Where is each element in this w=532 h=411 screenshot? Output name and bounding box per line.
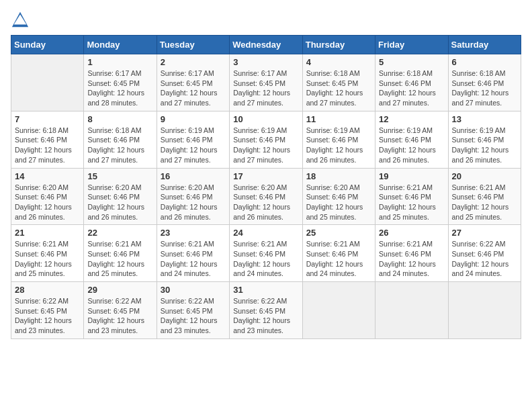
day-info: Sunrise: 6:19 AMSunset: 6:46 PMDaylight:… [233,126,298,165]
calendar-cell: 9Sunrise: 6:19 AMSunset: 6:46 PMDaylight… [157,111,229,168]
calendar-cell: 23Sunrise: 6:21 AMSunset: 6:46 PMDayligh… [157,225,229,282]
day-number: 15 [87,171,152,181]
day-info: Sunrise: 6:20 AMSunset: 6:46 PMDaylight:… [306,183,371,222]
week-row-3: 14Sunrise: 6:20 AMSunset: 6:46 PMDayligh… [11,168,521,225]
header-day-saturday: Saturday [448,36,521,54]
calendar-cell: 24Sunrise: 6:21 AMSunset: 6:46 PMDayligh… [230,225,302,282]
day-number: 17 [233,171,298,181]
header-day-thursday: Thursday [302,36,375,54]
calendar-cell: 4Sunrise: 6:18 AMSunset: 6:45 PMDaylight… [302,54,375,111]
day-number: 25 [306,228,371,238]
header-day-tuesday: Tuesday [157,36,229,54]
header-day-monday: Monday [84,36,157,54]
day-number: 10 [233,114,298,124]
calendar-cell: 3Sunrise: 6:17 AMSunset: 6:45 PMDaylight… [230,54,302,111]
day-number: 8 [87,114,152,124]
day-info: Sunrise: 6:22 AMSunset: 6:45 PMDaylight:… [161,296,226,336]
day-number: 22 [87,228,152,238]
day-info: Sunrise: 6:19 AMSunset: 6:46 PMDaylight:… [379,126,444,165]
day-info: Sunrise: 6:17 AMSunset: 6:45 PMDaylight:… [87,68,152,108]
day-number: 14 [15,171,80,181]
calendar-cell: 29Sunrise: 6:22 AMSunset: 6:45 PMDayligh… [84,282,157,339]
day-number: 12 [379,114,444,124]
calendar-cell: 5Sunrise: 6:18 AMSunset: 6:46 PMDaylight… [375,54,448,111]
calendar-body: 1Sunrise: 6:17 AMSunset: 6:45 PMDaylight… [11,54,521,339]
day-info: Sunrise: 6:19 AMSunset: 6:46 PMDaylight:… [306,126,371,165]
calendar-cell [448,282,521,339]
calendar-cell: 25Sunrise: 6:21 AMSunset: 6:46 PMDayligh… [302,225,375,282]
day-number: 16 [161,171,226,181]
calendar-cell: 18Sunrise: 6:20 AMSunset: 6:46 PMDayligh… [302,168,375,225]
week-row-5: 28Sunrise: 6:22 AMSunset: 6:45 PMDayligh… [11,282,521,339]
day-info: Sunrise: 6:21 AMSunset: 6:46 PMDaylight:… [15,239,80,279]
svg-marker-1 [14,15,27,25]
calendar-cell: 13Sunrise: 6:19 AMSunset: 6:46 PMDayligh… [448,111,521,168]
day-number: 28 [15,285,80,295]
day-number: 2 [161,57,226,67]
day-number: 23 [161,228,226,238]
day-info: Sunrise: 6:19 AMSunset: 6:46 PMDaylight:… [161,126,226,165]
day-number: 29 [87,285,152,295]
day-number: 9 [161,114,226,124]
calendar-cell: 15Sunrise: 6:20 AMSunset: 6:46 PMDayligh… [84,168,157,225]
day-number: 31 [233,285,298,295]
calendar-cell: 19Sunrise: 6:21 AMSunset: 6:46 PMDayligh… [375,168,448,225]
day-info: Sunrise: 6:21 AMSunset: 6:46 PMDaylight:… [233,239,298,279]
day-info: Sunrise: 6:18 AMSunset: 6:46 PMDaylight:… [87,126,152,165]
day-number: 19 [379,171,444,181]
week-row-1: 1Sunrise: 6:17 AMSunset: 6:45 PMDaylight… [11,54,521,111]
day-info: Sunrise: 6:18 AMSunset: 6:46 PMDaylight:… [379,68,444,108]
calendar-cell: 16Sunrise: 6:20 AMSunset: 6:46 PMDayligh… [157,168,229,225]
day-info: Sunrise: 6:22 AMSunset: 6:46 PMDaylight:… [452,239,517,279]
calendar-cell [302,282,375,339]
week-row-4: 21Sunrise: 6:21 AMSunset: 6:46 PMDayligh… [11,225,521,282]
calendar-cell: 30Sunrise: 6:22 AMSunset: 6:45 PMDayligh… [157,282,229,339]
day-info: Sunrise: 6:22 AMSunset: 6:45 PMDaylight:… [233,296,298,336]
day-number: 26 [379,228,444,238]
day-number: 7 [15,114,80,124]
day-number: 13 [452,114,517,124]
day-number: 1 [87,57,152,67]
day-info: Sunrise: 6:21 AMSunset: 6:46 PMDaylight:… [161,239,226,279]
calendar-cell: 22Sunrise: 6:21 AMSunset: 6:46 PMDayligh… [84,225,157,282]
day-info: Sunrise: 6:20 AMSunset: 6:46 PMDaylight:… [233,183,298,222]
calendar-cell [11,54,84,111]
calendar-cell: 14Sunrise: 6:20 AMSunset: 6:46 PMDayligh… [11,168,84,225]
calendar-cell: 11Sunrise: 6:19 AMSunset: 6:46 PMDayligh… [302,111,375,168]
day-info: Sunrise: 6:18 AMSunset: 6:46 PMDaylight:… [15,126,80,165]
day-number: 6 [452,57,517,67]
day-number: 3 [233,57,298,67]
logo-icon [11,11,30,30]
day-number: 11 [306,114,371,124]
day-number: 30 [161,285,226,295]
calendar-cell: 12Sunrise: 6:19 AMSunset: 6:46 PMDayligh… [375,111,448,168]
day-info: Sunrise: 6:17 AMSunset: 6:45 PMDaylight:… [161,68,226,108]
calendar-cell: 8Sunrise: 6:18 AMSunset: 6:46 PMDaylight… [84,111,157,168]
day-number: 21 [15,228,80,238]
calendar-cell: 2Sunrise: 6:17 AMSunset: 6:45 PMDaylight… [157,54,229,111]
calendar-cell: 17Sunrise: 6:20 AMSunset: 6:46 PMDayligh… [230,168,302,225]
calendar-cell [375,282,448,339]
day-number: 24 [233,228,298,238]
day-info: Sunrise: 6:21 AMSunset: 6:46 PMDaylight:… [379,183,444,222]
calendar-cell: 1Sunrise: 6:17 AMSunset: 6:45 PMDaylight… [84,54,157,111]
day-info: Sunrise: 6:17 AMSunset: 6:45 PMDaylight:… [233,68,298,108]
day-info: Sunrise: 6:22 AMSunset: 6:45 PMDaylight:… [15,296,80,336]
day-info: Sunrise: 6:21 AMSunset: 6:46 PMDaylight:… [306,239,371,279]
calendar-cell: 10Sunrise: 6:19 AMSunset: 6:46 PMDayligh… [230,111,302,168]
calendar-cell: 21Sunrise: 6:21 AMSunset: 6:46 PMDayligh… [11,225,84,282]
page-header [11,11,521,30]
day-info: Sunrise: 6:18 AMSunset: 6:46 PMDaylight:… [452,68,517,108]
day-number: 27 [452,228,517,238]
day-number: 20 [452,171,517,181]
header-day-wednesday: Wednesday [230,36,302,54]
day-info: Sunrise: 6:21 AMSunset: 6:46 PMDaylight:… [87,239,152,279]
calendar-cell: 31Sunrise: 6:22 AMSunset: 6:45 PMDayligh… [230,282,302,339]
week-row-2: 7Sunrise: 6:18 AMSunset: 6:46 PMDaylight… [11,111,521,168]
day-info: Sunrise: 6:22 AMSunset: 6:45 PMDaylight:… [87,296,152,336]
calendar-cell: 28Sunrise: 6:22 AMSunset: 6:45 PMDayligh… [11,282,84,339]
day-number: 5 [379,57,444,67]
calendar-table: SundayMondayTuesdayWednesdayThursdayFrid… [11,35,521,339]
day-info: Sunrise: 6:21 AMSunset: 6:46 PMDaylight:… [452,183,517,222]
day-info: Sunrise: 6:19 AMSunset: 6:46 PMDaylight:… [452,126,517,165]
